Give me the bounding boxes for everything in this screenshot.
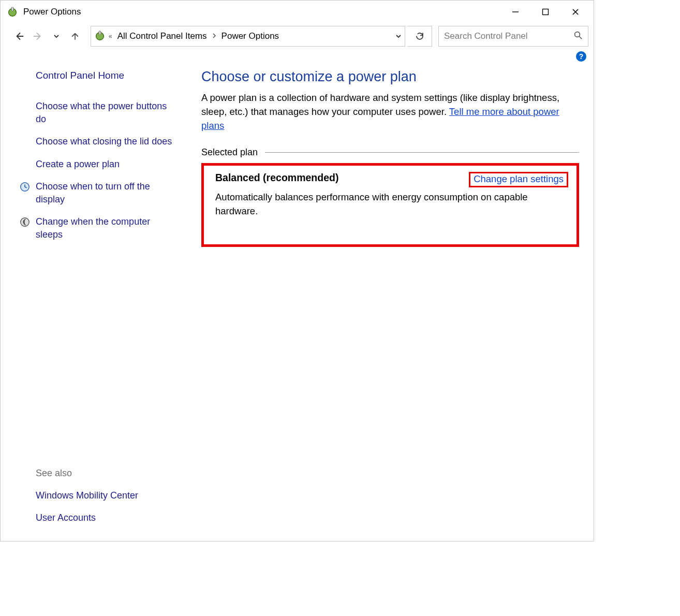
main-content: Choose or customize a power plan A power… xyxy=(188,65,585,533)
sidebar: Control Panel Home Choose what the power… xyxy=(9,65,188,533)
address-bar[interactable]: « All Control Panel Items Power Options xyxy=(91,26,405,47)
close-button[interactable] xyxy=(560,1,590,23)
refresh-button[interactable] xyxy=(407,26,432,47)
search-input[interactable] xyxy=(444,31,573,41)
section-header: Selected plan xyxy=(201,147,579,158)
back-button[interactable] xyxy=(11,28,27,45)
sidebar-label: Choose what the power buttons do xyxy=(36,100,178,126)
see-also-mobility-center[interactable]: Windows Mobility Center xyxy=(19,489,178,502)
control-panel-home-link[interactable]: Control Panel Home xyxy=(19,70,178,81)
svg-rect-3 xyxy=(543,9,549,15)
forward-button[interactable] xyxy=(29,28,46,45)
up-button[interactable] xyxy=(67,28,83,45)
selected-plan-box: Balanced (recommended) Change plan setti… xyxy=(201,163,579,247)
power-options-window: Power Options xyxy=(0,0,594,541)
page-description: A power plan is a collection of hardware… xyxy=(201,91,579,133)
sidebar-label: Change when the computer sleeps xyxy=(36,215,178,241)
search-box[interactable] xyxy=(438,26,588,47)
power-options-app-icon xyxy=(7,6,18,18)
navigation-bar: « All Control Panel Items Power Options xyxy=(1,23,594,49)
sidebar-link-power-buttons[interactable]: Choose what the power buttons do xyxy=(19,100,178,126)
minimize-button[interactable] xyxy=(500,1,530,23)
plan-name: Balanced (recommended) xyxy=(215,172,338,184)
window-controls xyxy=(500,1,590,23)
help-icon[interactable]: ? xyxy=(576,51,586,62)
section-label: Selected plan xyxy=(201,147,258,158)
sidebar-label: User Accounts xyxy=(36,511,96,524)
sidebar-link-create-plan[interactable]: Create a power plan xyxy=(19,158,178,171)
clock-icon xyxy=(19,181,31,193)
sidebar-link-closing-lid[interactable]: Choose what closing the lid does xyxy=(19,135,178,148)
breadcrumb-overflow-icon[interactable]: « xyxy=(109,33,112,40)
content-body: Control Panel Home Choose what the power… xyxy=(1,65,594,541)
sidebar-label: Choose when to turn off the display xyxy=(36,180,178,206)
search-icon[interactable] xyxy=(573,31,583,42)
page-heading: Choose or customize a power plan xyxy=(201,69,579,85)
plan-description: Automatically balances performance with … xyxy=(215,190,568,218)
breadcrumb-all-control-panel[interactable]: All Control Panel Items xyxy=(115,30,209,42)
breadcrumb-power-options[interactable]: Power Options xyxy=(219,30,282,42)
recent-locations-button[interactable] xyxy=(48,28,65,45)
sidebar-link-computer-sleeps[interactable]: Change when the computer sleeps xyxy=(19,215,178,241)
sidebar-label: Windows Mobility Center xyxy=(36,489,138,502)
sidebar-label: Choose what closing the lid does xyxy=(36,135,172,148)
change-plan-settings-link[interactable]: Change plan settings xyxy=(469,172,568,187)
svg-rect-1 xyxy=(11,7,13,11)
maximize-button[interactable] xyxy=(530,1,560,23)
sidebar-link-display-off[interactable]: Choose when to turn off the display xyxy=(19,180,178,206)
toolbar-row: ? xyxy=(1,49,594,65)
section-divider xyxy=(265,152,579,153)
address-dropdown-button[interactable] xyxy=(395,32,402,41)
sidebar-label: Create a power plan xyxy=(36,158,120,171)
see-also-header: See also xyxy=(19,468,178,479)
plan-header: Balanced (recommended) Change plan setti… xyxy=(215,172,568,187)
titlebar: Power Options xyxy=(1,1,594,23)
svg-rect-7 xyxy=(99,31,101,34)
svg-line-9 xyxy=(579,36,582,39)
moon-icon xyxy=(19,216,31,228)
address-bar-icon xyxy=(94,30,106,43)
window-title: Power Options xyxy=(23,7,500,17)
chevron-right-icon[interactable] xyxy=(212,33,216,40)
see-also-user-accounts[interactable]: User Accounts xyxy=(19,511,178,524)
